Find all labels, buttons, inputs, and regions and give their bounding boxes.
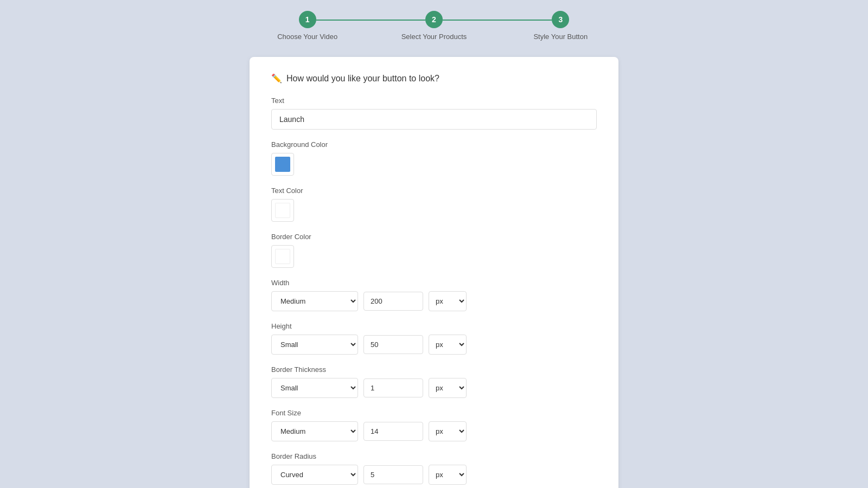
height-group: Height Small Medium Large px %: [271, 322, 597, 355]
text-field-group: Text: [271, 97, 597, 130]
card-title: ✏️ How would you like your button to loo…: [271, 73, 597, 84]
step-3-label: Style Your Button: [533, 33, 588, 41]
font-size-select[interactable]: Small Medium Large: [271, 421, 358, 441]
bg-color-group: Background Color: [271, 140, 597, 176]
border-radius-unit-select[interactable]: px %: [429, 465, 467, 485]
border-radius-label: Border Radius: [271, 452, 597, 460]
stepper: 1 Choose Your Video 2 Select Your Produc…: [244, 11, 624, 41]
text-color-swatch[interactable]: [271, 199, 294, 222]
step-2-circle: 2: [425, 11, 443, 28]
step-1-label: Choose Your Video: [277, 33, 337, 41]
step-3-circle: 3: [552, 11, 569, 28]
pencil-icon: ✏️: [271, 73, 282, 84]
width-select[interactable]: Small Medium Large Full: [271, 291, 358, 311]
width-number-input[interactable]: [363, 292, 423, 311]
step-3: 3 Style Your Button: [497, 11, 624, 41]
text-label: Text: [271, 97, 597, 105]
height-unit-select[interactable]: px %: [429, 335, 467, 355]
step-1: 1 Choose Your Video: [244, 11, 371, 41]
border-radius-number-input[interactable]: [363, 465, 423, 484]
bg-color-inner: [275, 157, 290, 172]
border-color-group: Border Color: [271, 233, 597, 268]
font-size-unit-select[interactable]: px em: [429, 421, 467, 441]
connector-1: [316, 20, 425, 21]
step-2-label: Select Your Products: [401, 33, 467, 41]
text-input[interactable]: [271, 109, 597, 130]
text-color-label: Text Color: [271, 187, 597, 195]
height-inputs: Small Medium Large px %: [271, 335, 597, 355]
style-button-card: ✏️ How would you like your button to loo…: [250, 57, 618, 488]
width-group: Width Small Medium Large Full px %: [271, 279, 597, 311]
card-title-text: How would you like your button to look?: [286, 74, 439, 84]
width-inputs: Small Medium Large Full px %: [271, 291, 597, 311]
border-color-inner: [275, 249, 290, 264]
border-thickness-select[interactable]: Small Medium Large: [271, 378, 358, 398]
text-color-group: Text Color: [271, 187, 597, 222]
border-radius-group: Border Radius None Curved Pill px %: [271, 452, 597, 485]
bg-color-swatch[interactable]: [271, 153, 294, 176]
width-label: Width: [271, 279, 597, 287]
border-color-swatch[interactable]: [271, 245, 294, 268]
height-number-input[interactable]: [363, 335, 423, 354]
border-thickness-unit-select[interactable]: px %: [429, 378, 467, 398]
width-unit-select[interactable]: px %: [429, 291, 467, 311]
border-color-label: Border Color: [271, 233, 597, 241]
height-label: Height: [271, 322, 597, 330]
step-2: 2 Select Your Products: [371, 11, 497, 41]
border-thickness-label: Border Thickness: [271, 365, 597, 374]
border-radius-inputs: None Curved Pill px %: [271, 465, 597, 485]
border-thickness-inputs: Small Medium Large px %: [271, 378, 597, 398]
height-select[interactable]: Small Medium Large: [271, 335, 358, 355]
text-color-inner: [275, 203, 290, 218]
border-thickness-number-input[interactable]: [363, 378, 423, 397]
border-thickness-group: Border Thickness Small Medium Large px %: [271, 365, 597, 398]
font-size-group: Font Size Small Medium Large px em: [271, 409, 597, 441]
font-size-number-input[interactable]: [363, 422, 423, 441]
border-radius-select[interactable]: None Curved Pill: [271, 465, 358, 485]
font-size-inputs: Small Medium Large px em: [271, 421, 597, 441]
font-size-label: Font Size: [271, 409, 597, 417]
bg-color-label: Background Color: [271, 140, 597, 149]
connector-2: [443, 20, 552, 21]
step-1-circle: 1: [299, 11, 316, 28]
